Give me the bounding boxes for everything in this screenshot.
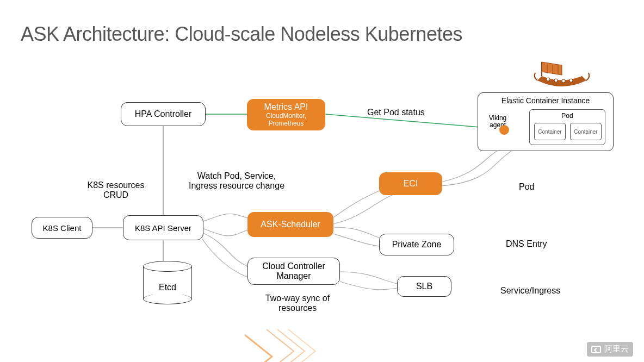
private-zone-node: Private Zone [379,234,454,255]
label-dns-entry: DNS Entry [506,239,547,249]
label-two-way-sync: Two-way sync of resources [251,294,344,313]
container-2: Container [570,123,602,140]
label-service-ingress: Service/Ingress [500,286,560,296]
viking-agent-icon [499,125,509,135]
brand-icon [591,346,601,353]
elastic-container-instance-group: Elastic Container Instance Viking agent … [478,92,614,151]
svg-point-1 [554,79,558,82]
svg-point-2 [562,79,565,83]
label-watch-resource: Watch Pod, Service, Ingress resource cha… [174,171,299,191]
metrics-api-node: Metrics API CloudMonitor, Prometheus [247,99,325,130]
cloud-controller-manager-node: Cloud Controller Manager [247,258,340,285]
svg-point-3 [569,79,573,82]
eci-group-title: Elastic Container Instance [478,96,613,105]
etcd-node: Etcd [143,261,192,304]
label-pod: Pod [519,182,534,192]
etcd-label: Etcd [143,283,192,292]
slb-node: SLB [397,276,451,297]
viking-ship-icon [532,54,592,91]
brand-text: 阿里云 [604,344,629,354]
label-k8s-crud: K8S resources CRUD [75,180,157,200]
label-get-pod-status: Get Pod status [367,108,425,117]
svg-point-0 [547,78,550,81]
hpa-controller-node: HPA Controller [121,102,206,126]
pod-group: Pod Container Container [529,109,605,145]
pod-title: Pod [530,112,605,120]
container-1: Container [534,123,566,140]
k8s-api-server-node: K8S API Server [123,215,203,240]
ask-scheduler-node: ASK-Scheduler [247,212,333,237]
k8s-client-node: K8S Client [32,217,92,239]
metrics-sub: CloudMonitor, Prometheus [266,112,306,128]
brand-logo: 阿里云 [587,342,633,357]
eci-node: ECI [379,172,442,195]
metrics-title: Metrics API [264,102,308,112]
